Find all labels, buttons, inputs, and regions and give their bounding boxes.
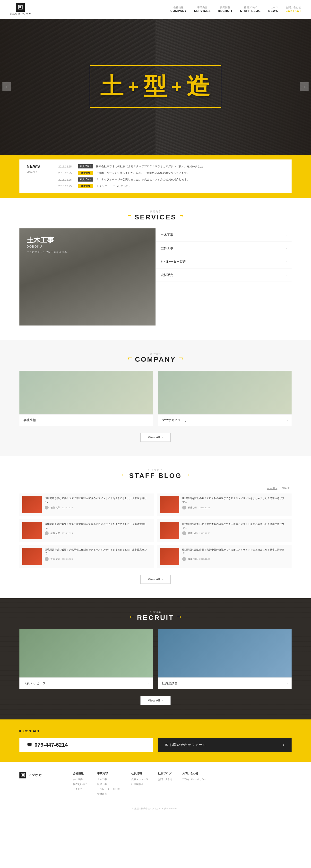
staffblog-thumb (160, 496, 179, 514)
recruit-cards: 代表メッセージ › 社員座談会 › (20, 629, 291, 689)
staffblog-item-3[interactable]: 環境問題を読む必要！大気予報の確認ができるオスメメサイトをまとめました！是非注意… (157, 519, 291, 542)
staffblog-date: 2016.12.25 (199, 558, 210, 560)
nav-recruit[interactable]: 採用情報 RECRUIT (218, 6, 232, 12)
avatar (182, 557, 186, 561)
company-card-footer-0: 会社情報 › (20, 414, 153, 426)
contact-section: CONTACT ☎ 079-447-6214 ✉ お問い合わせフォーム › (0, 719, 311, 762)
arrow-icon: › (148, 418, 149, 422)
recruit-card-footer-0: 代表メッセージ › (20, 678, 153, 689)
recruit-viewall-button[interactable]: View All › (140, 696, 171, 705)
footer-col-item[interactable]: 代表あいさつ (73, 782, 87, 786)
service-name-en: DOBOKU (27, 245, 69, 248)
nav-staffblog[interactable]: 社員ブログ STAFF BLOG (240, 6, 261, 12)
staffblog-item-2[interactable]: 環境問題を読む必要！大気予報の確認ができるオスメメサイトをまとめました！是非注意… (20, 519, 154, 542)
footer-logo-area: マツオカ (20, 772, 58, 796)
news-item: 2016.12.25 新着情報 HPをリニューアルしました。 (58, 184, 284, 188)
staffblog-info: 環境問題を読む必要！大気予報の確認ができるオスメメサイトをまとめました！是非注意… (182, 548, 289, 561)
footer-logo-text: マツオカ (28, 773, 42, 777)
footer-col-item[interactable]: セパレーター（仮称） (97, 787, 121, 791)
nav-news[interactable]: ニュース NEWS (268, 6, 278, 12)
news-date: 2016.12.25 (58, 185, 75, 188)
services-title: ⌐ 事業内容 SERVICES ¬ (0, 198, 311, 228)
logo[interactable]: 株式会社マツオカ (10, 3, 31, 16)
staffblog-author: 後藤 太郎 (188, 558, 198, 561)
staffblog-thumb (22, 548, 42, 565)
footer-col-item[interactable]: 会社概要 (73, 778, 87, 781)
company-section: ⌐ 会社情報 COMPANY ¬ 会社情報 › マツオカヒストリー › (0, 340, 311, 456)
service-item-label: 土木工事 (161, 233, 173, 237)
logo-icon (16, 3, 25, 12)
hero-prev-button[interactable]: ‹ (2, 82, 11, 91)
staffblog-staff-tag: STAFF ↓ (282, 487, 291, 490)
footer-col-3: 社員ブログ お問い合わせ (158, 772, 172, 796)
nav-services[interactable]: 事業内容 SERVICES (194, 6, 211, 12)
footer-col-item[interactable]: 土木工事 (97, 778, 121, 781)
footer-logo[interactable]: マツオカ (20, 772, 58, 778)
staffblog-meta: 後藤 太郎 2016.12.25 (45, 531, 151, 535)
news-viewall-link[interactable]: View All > (27, 170, 51, 173)
contact-form-button[interactable]: ✉ お問い合わせフォーム › (158, 738, 291, 752)
staffblog-item-title: 環境問題を読む必要！大気予報の確認ができるオスメメサイトをまとめました！是非注意… (182, 522, 289, 529)
service-item-0[interactable]: 土木工事 › (156, 228, 291, 242)
arrow-icon: › (287, 418, 288, 422)
company-viewall-label: View All (148, 436, 160, 439)
recruit-card-0[interactable]: 代表メッセージ › (20, 629, 153, 689)
hero-next-button[interactable]: › (300, 82, 309, 91)
footer-col-item[interactable]: 型枠工事 (97, 782, 121, 786)
hero-text-part1: 土 (100, 71, 124, 102)
recruit-sub-title: 社員招集 (137, 611, 174, 614)
footer-col-item[interactable]: アクセス (73, 787, 87, 791)
hero-plus1: + (128, 77, 139, 97)
staffblog-info: 環境問題を読む必要！大気予報の確認ができるオスメメサイトをまとめました！是非注意… (45, 548, 151, 561)
staffblog-item-5[interactable]: 環境問題を読む必要！大気予報の確認ができるオスメメサイトをまとめました！是非注意… (157, 545, 291, 568)
avatar (45, 506, 49, 509)
staffblog-item-title: 環境問題を読む必要！大気予報の確認ができるオスメメサイトをまとめました！是非注意… (182, 548, 289, 555)
company-viewall-button[interactable]: View All › (140, 433, 171, 442)
nav-contact[interactable]: お問い合わせ CONTACT (285, 6, 301, 12)
recruit-card-1[interactable]: 社員座談会 › (158, 629, 291, 689)
recruit-title: ⌐ 社員招集 RECRUIT ¬ (0, 598, 311, 629)
contact-phone-number: 079-447-6214 (34, 742, 68, 748)
staffblog-item-1[interactable]: 環境問題を読む必要！大気予報の確認ができるオスメメサイトをまとめました！是非注意… (157, 493, 291, 516)
avatar (45, 557, 49, 561)
staffblog-item-0[interactable]: 環境問題を読む必要！大気予報の確認ができるオスメメサイトをまとめました！是非注意… (20, 493, 154, 516)
staffblog-viewall-label: View All (148, 578, 160, 581)
hero-section: 土 + 型 + 造 ‹ › (0, 19, 311, 155)
service-item-1[interactable]: 型枠工事 › (156, 242, 291, 255)
main-nav: 会社情報 COMPANY 事業内容 SERVICES 採用情報 RECRUIT … (170, 6, 301, 12)
staffblog-viewall-button[interactable]: View All › (140, 575, 171, 584)
footer-col-item[interactable]: 代表メッセージ (131, 778, 148, 781)
footer-col-item[interactable]: 社員座談会 (131, 782, 148, 786)
news-section: NEWS View All > 2016.12.25 社員ブログ 株式会社マツオ… (0, 155, 311, 198)
hero-plus2: + (172, 77, 183, 97)
news-date: 2016.12.25 (58, 172, 75, 175)
nav-company[interactable]: 会社情報 COMPANY (170, 6, 187, 12)
company-card-0[interactable]: 会社情報 › (20, 371, 153, 426)
footer-col-item[interactable]: お問い合わせ (158, 778, 172, 781)
footer-col-item[interactable]: 資材販売 (97, 792, 121, 796)
arrow-icon: › (286, 233, 287, 237)
service-item-3[interactable]: 資材販売 › (156, 269, 291, 282)
news-content: HPをリニューアルしました。 (96, 184, 132, 188)
company-card-title: マツオカヒストリー (162, 418, 190, 422)
footer-col-0: 会社情報 会社概要 代表あいさつ アクセス (73, 772, 87, 796)
service-item-2[interactable]: セパレーター製造 › (156, 255, 291, 269)
avatar (182, 506, 186, 509)
staffblog-header: View All > STAFF ↓ (20, 487, 291, 490)
recruit-card-img-0 (20, 629, 153, 678)
company-card-1[interactable]: マツオカヒストリー › (158, 371, 291, 426)
bracket-left: ⌐ (128, 212, 132, 219)
staffblog-thumb (22, 522, 42, 539)
services-content: 土木工事 DOBOKU ここにキャッチフレーズを入れる。 土木工事 › 型枠工事… (20, 228, 291, 326)
site-footer: マツオカ 会社情報 会社概要 代表あいさつ アクセス 事業内容 土木工事 型枠工… (0, 762, 311, 815)
bracket-left: ⌐ (130, 612, 134, 620)
staffblog-item-4[interactable]: 環境問題を読む必要！大気予報の確認ができるオスメメサイトをまとめました！是非注意… (20, 545, 154, 568)
staffblog-info: 環境問題を読む必要！大気予報の確認ができるオスメメサイトをまとめました！是非注意… (45, 522, 151, 535)
staffblog-author: 後藤 太郎 (51, 558, 60, 561)
footer-copyright: © 業績の株式会社マツオカ All Rights Reserved. (20, 803, 291, 810)
footer-col-1: 事業内容 土木工事 型枠工事 セパレーター（仮称） 資材販売 (97, 772, 121, 796)
recruit-card-img-1 (158, 629, 291, 678)
staffblog-viewall-link[interactable]: View All > (267, 487, 277, 490)
news-item: 2016.12.25 社員ブログ 株式会社マツオカの社員によるスタッフブログ「マ… (58, 164, 284, 168)
footer-col-item[interactable]: プライバシーポリシー (182, 778, 206, 781)
